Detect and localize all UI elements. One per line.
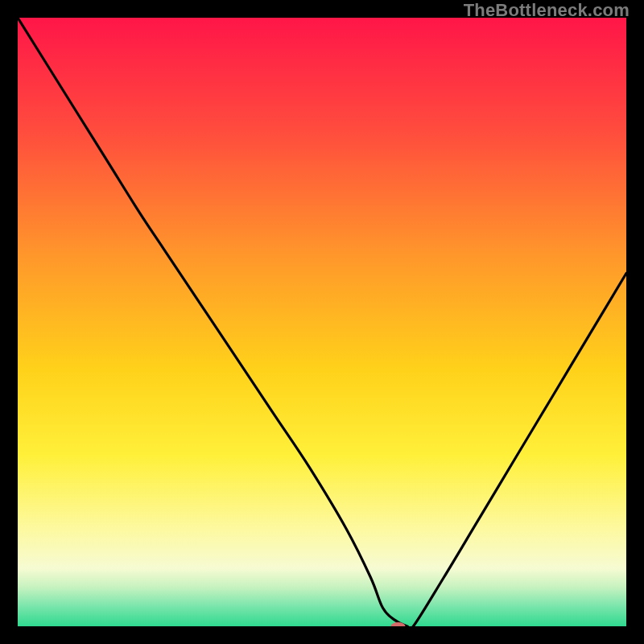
gradient-background (18, 18, 626, 626)
plot-area (18, 18, 626, 626)
chart-svg (18, 18, 626, 626)
chart-frame: TheBottleneck.com (0, 0, 644, 644)
